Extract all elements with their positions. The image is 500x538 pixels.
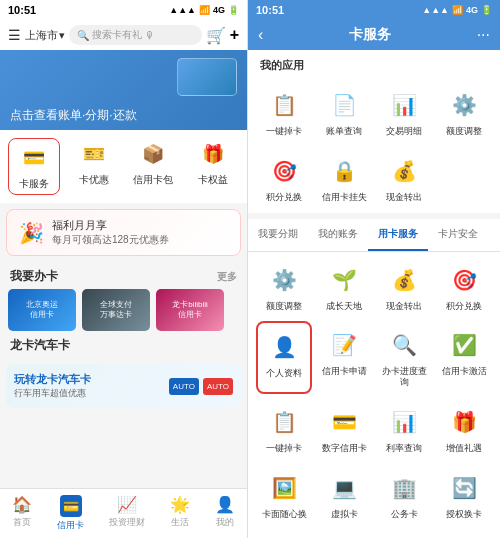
- tab-card-security[interactable]: 卡片安全: [428, 219, 488, 251]
- svc-item-value[interactable]: 🎁 增值礼遇: [436, 398, 492, 460]
- promo-subtitle: 每月可领高达128元优惠券: [52, 233, 169, 247]
- svc-label-profile: 个人资料: [266, 368, 302, 379]
- auto-text-block: 玩转龙卡汽车卡 行车用车超值优惠: [14, 372, 91, 400]
- service-item-card-service[interactable]: 💳 卡服务: [8, 138, 60, 195]
- svc-item-cash[interactable]: 💰 现金转出: [376, 256, 432, 318]
- svc-icon-digital: 💳: [326, 404, 362, 440]
- svc-item-quota[interactable]: ⚙️ 额度调整: [256, 256, 312, 318]
- left-panel: 10:51 ▲▲▲ 📶 4G 🔋 ☰ 上海市 ▾ 🔍 搜索卡有礼 🎙 🛒 + 点…: [0, 0, 248, 538]
- app-item-8: [436, 147, 492, 209]
- service-item-card-bag[interactable]: 📦 信用卡包: [127, 138, 179, 195]
- svc-item-progress[interactable]: 🔍 办卡进度查询: [376, 321, 432, 394]
- auto-section-title: 龙卡汽车卡: [10, 337, 70, 354]
- apply-card-header: 我要办卡 更多: [0, 262, 247, 289]
- svc-item-points[interactable]: 🎯 积分兑换: [436, 256, 492, 318]
- signal-icon: ▲▲▲: [169, 5, 196, 15]
- svc-item-profile[interactable]: 👤 个人资料: [256, 321, 312, 394]
- right-network-label: 4G: [466, 5, 478, 15]
- hamburger-icon[interactable]: ☰: [8, 27, 21, 43]
- svc-icon-gov: 🏢: [386, 470, 422, 506]
- card-benefit-icon: 🎁: [197, 138, 229, 170]
- auto-subtitle: 行车用车超值优惠: [14, 387, 91, 400]
- app-label-4: 额度调整: [446, 126, 482, 137]
- svc-label-virtual: 虚拟卡: [331, 509, 358, 520]
- app-icon-7: 💰: [386, 153, 422, 189]
- nav-invest-label: 投资理财: [109, 516, 145, 529]
- svc-item-onekey[interactable]: 📋 一键掉卡: [256, 398, 312, 460]
- svc-item-growth[interactable]: 🌱 成长天地: [316, 256, 372, 318]
- tab-installment[interactable]: 我要分期: [248, 219, 308, 251]
- svc-item-apply[interactable]: 📝 信用卡申请: [316, 321, 372, 394]
- card-discount-icon: 🎫: [78, 138, 110, 170]
- chevron-down-icon: ▾: [59, 29, 65, 42]
- right-page-title: 卡服务: [271, 26, 468, 44]
- svc-item-transfer[interactable]: 🔄 授权换卡: [436, 464, 492, 526]
- life-icon: 🌟: [170, 495, 190, 514]
- svc-icon-virtual: 💻: [326, 470, 362, 506]
- service-item-card-discount[interactable]: 🎫 卡优惠: [68, 138, 120, 195]
- banner[interactable]: 点击查看账单·分期·还款: [0, 50, 247, 130]
- svc-item-digital[interactable]: 💳 数字信用卡: [316, 398, 372, 460]
- right-battery-icon: 🔋: [481, 5, 492, 15]
- bottom-nav: 🏠 首页 💳 信用卡 📈 投资理财 🌟 生活 👤 我的: [0, 488, 247, 538]
- app-icon-3: 📊: [386, 87, 422, 123]
- svc-label-growth: 成长天地: [326, 301, 362, 312]
- search-placeholder: 搜索卡有礼: [92, 28, 142, 42]
- service-label-benefit: 卡权益: [198, 173, 228, 187]
- service-item-card-benefit[interactable]: 🎁 卡权益: [187, 138, 239, 195]
- credit-card-icon: 💳: [60, 495, 82, 517]
- svc-item-rate[interactable]: 📊 利率查询: [376, 398, 432, 460]
- more-options-button[interactable]: ···: [477, 26, 490, 44]
- city-selector[interactable]: 上海市 ▾: [25, 28, 65, 43]
- auto-section-header: 龙卡汽车卡: [0, 331, 247, 358]
- app-icon-6: 🔒: [326, 153, 362, 189]
- app-item-4[interactable]: ⚙️ 额度调整: [436, 81, 492, 143]
- card-thumb-global[interactable]: 全球支付万事达卡: [82, 289, 150, 331]
- nav-credit-card[interactable]: 💳 信用卡: [57, 495, 84, 532]
- more-button[interactable]: 更多: [217, 270, 237, 284]
- add-icon[interactable]: +: [230, 26, 239, 44]
- left-status-bar: 10:51 ▲▲▲ 📶 4G 🔋: [0, 0, 247, 20]
- cart-icon[interactable]: 🛒: [206, 26, 226, 45]
- app-item-2[interactable]: 📄 账单查询: [316, 81, 372, 143]
- back-button[interactable]: ‹: [258, 26, 263, 44]
- nav-mine[interactable]: 👤 我的: [215, 495, 235, 532]
- nav-home[interactable]: 🏠 首页: [12, 495, 32, 532]
- nav-life[interactable]: 🌟 生活: [170, 495, 190, 532]
- svc-label-progress: 办卡进度查询: [378, 366, 430, 388]
- auto-banner[interactable]: 玩转龙卡汽车卡 行车用车超值优惠 AUTO AUTO: [6, 364, 241, 408]
- app-icon-5: 🎯: [266, 153, 302, 189]
- app-item-7[interactable]: 💰 现金转出: [376, 147, 432, 209]
- card-thumb-bilibili[interactable]: 龙卡bilibili信用卡: [156, 289, 224, 331]
- svc-item-skin[interactable]: 🖼️ 卡面随心换: [256, 464, 312, 526]
- left-top-bar: ☰ 上海市 ▾ 🔍 搜索卡有礼 🎙 🛒 +: [0, 20, 247, 50]
- svc-label-transfer: 授权换卡: [446, 509, 482, 520]
- svc-label-gov: 公务卡: [391, 509, 418, 520]
- svc-item-virtual[interactable]: 💻 虚拟卡: [316, 464, 372, 526]
- svc-item-activate[interactable]: ✅ 信用卡激活: [436, 321, 492, 394]
- tab-card-service[interactable]: 用卡服务: [368, 219, 428, 251]
- service-label-bag: 信用卡包: [133, 173, 173, 187]
- app-item-3[interactable]: 📊 交易明细: [376, 81, 432, 143]
- promo-banner[interactable]: 🎉 福利月月享 每月可领高达128元优惠券: [6, 209, 241, 256]
- cards-row: 北京奥运信用卡 全球支付万事达卡 龙卡bilibili信用卡: [0, 289, 247, 331]
- nav-invest[interactable]: 📈 投资理财: [109, 495, 145, 532]
- home-icon: 🏠: [12, 495, 32, 514]
- svc-icon-value: 🎁: [446, 404, 482, 440]
- app-item-6[interactable]: 🔒 信用卡挂失: [316, 147, 372, 209]
- nav-mine-label: 我的: [216, 516, 234, 529]
- right-top-bar: ‹ 卡服务 ···: [248, 20, 500, 50]
- card-service-icon: 💳: [18, 142, 50, 174]
- card-thumb-beijing[interactable]: 北京奥运信用卡: [8, 289, 76, 331]
- right-wifi-icon: 📶: [452, 5, 463, 15]
- app-item-5[interactable]: 🎯 积分兑换: [256, 147, 312, 209]
- search-box[interactable]: 🔍 搜索卡有礼 🎙: [69, 25, 202, 45]
- app-icon-1: 📋: [266, 87, 302, 123]
- auto-logo1: AUTO: [169, 378, 199, 395]
- right-panel: 10:51 ▲▲▲ 📶 4G 🔋 ‹ 卡服务 ··· 我的应用 📋 一键掉卡 📄…: [248, 0, 500, 538]
- auto-logos: AUTO AUTO: [169, 378, 233, 395]
- tab-account[interactable]: 我的账务: [308, 219, 368, 251]
- svc-item-gov[interactable]: 🏢 公务卡: [376, 464, 432, 526]
- app-item-1[interactable]: 📋 一键掉卡: [256, 81, 312, 143]
- app-label-3: 交易明细: [386, 126, 422, 137]
